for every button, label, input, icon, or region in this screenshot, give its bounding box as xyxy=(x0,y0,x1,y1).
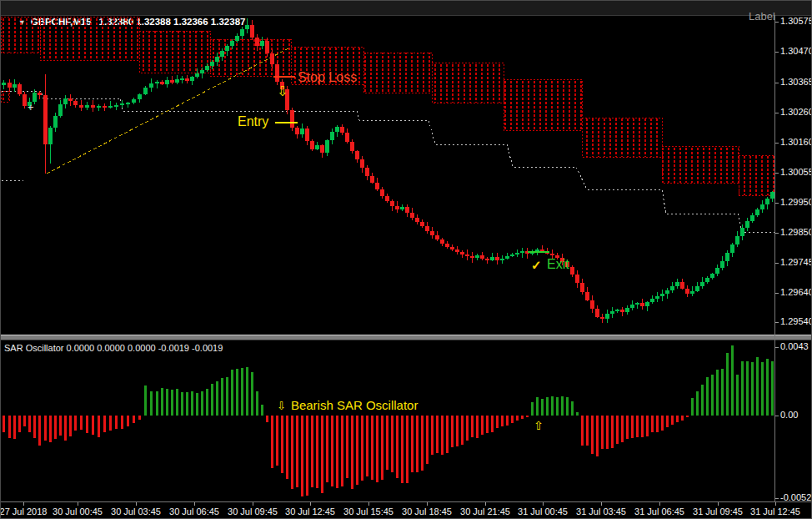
oscillator-bar-up xyxy=(206,389,208,416)
oscillator-bar-down xyxy=(291,416,293,489)
candle-bearish xyxy=(355,151,359,159)
sell-arrow-down-icon[interactable]: ⇩ xyxy=(277,83,288,99)
bearish-annotation[interactable]: ⇩Bearish SAR Oscillator xyxy=(277,398,418,412)
candle-bullish xyxy=(635,303,639,305)
oscillator-bar-down xyxy=(466,416,469,441)
candle-bullish xyxy=(63,98,68,104)
candle-bearish xyxy=(435,235,439,239)
candle-bearish xyxy=(91,105,95,108)
oscillator-bar-down xyxy=(326,416,328,482)
time-tick-label: 30 Jul 03:45 xyxy=(111,506,161,516)
candle-bearish xyxy=(580,283,584,292)
entry-label[interactable]: Entry xyxy=(238,114,268,129)
price-tick-label: 1.29950 xyxy=(780,197,812,207)
candle-bullish xyxy=(705,278,709,282)
time-tick-label: 30 Jul 21:45 xyxy=(460,506,510,516)
candle-bullish xyxy=(132,99,136,103)
oscillator-bar-down xyxy=(476,416,479,438)
oscillator-bar-up xyxy=(166,389,168,416)
time-tick xyxy=(194,502,195,506)
candle-bullish xyxy=(195,73,199,77)
candle-bullish xyxy=(605,314,609,319)
candle-bearish xyxy=(590,300,594,309)
candle-bearish xyxy=(295,128,299,134)
oscillator-bar-down xyxy=(426,416,429,464)
entry-line[interactable] xyxy=(275,122,298,123)
candle-bearish xyxy=(440,239,444,244)
oscillator-bar-down xyxy=(676,416,679,422)
oscillator-bar-down xyxy=(621,416,624,442)
oscillator-bar-up xyxy=(701,385,704,416)
candle-bearish xyxy=(600,317,604,319)
oscillator-bar-up xyxy=(706,377,709,416)
watermark-label: Label xyxy=(749,10,775,23)
oscillator-bar-up xyxy=(236,369,238,416)
price-tick-label: 1.30160 xyxy=(780,137,812,147)
candle-bullish xyxy=(245,25,249,29)
price-tick-label: 1.30575 xyxy=(780,16,812,26)
panel-splitter[interactable] xyxy=(1,335,812,340)
price-tick-label-tick xyxy=(775,173,779,174)
candle-bullish xyxy=(720,261,724,268)
candle-bearish xyxy=(290,110,294,128)
candle-bullish xyxy=(300,128,304,134)
candle-bullish xyxy=(165,80,169,84)
oscillator-bar-down xyxy=(396,416,398,478)
time-tick xyxy=(253,502,253,506)
sar-band-block xyxy=(1,91,9,102)
candle-bullish xyxy=(180,78,184,80)
oscillator-bar-up xyxy=(144,385,147,416)
oscillator-bar-up xyxy=(156,391,158,416)
oscillator-bar-down xyxy=(371,416,373,480)
candle-bearish xyxy=(495,257,499,260)
exit-label[interactable]: Exit xyxy=(547,257,569,272)
oscillator-bar-down xyxy=(64,416,67,441)
price-scale[interactable]: 1.305751.304701.303651.302601.301601.300… xyxy=(774,15,812,501)
candle-bullish xyxy=(138,94,142,99)
oscillator-bar-down xyxy=(351,416,353,489)
sar-band-block xyxy=(139,31,210,73)
oscillator-bar-down xyxy=(311,416,313,487)
oscillator-bar-down xyxy=(271,416,273,468)
candle-bullish xyxy=(665,290,669,294)
oscillator-bar-down xyxy=(606,416,609,449)
time-scale[interactable]: 27 Jul 201830 Jul 00:4530 Jul 03:4530 Ju… xyxy=(1,501,812,519)
candle-bearish xyxy=(340,127,344,133)
stop-loss-line[interactable] xyxy=(273,76,295,78)
oscillator-bar-up xyxy=(150,391,153,416)
exit-check-icon[interactable]: ✓ xyxy=(531,258,542,273)
stop-loss-label[interactable]: Stop Loss xyxy=(298,70,357,85)
candle-bullish xyxy=(760,204,764,209)
candle-bullish xyxy=(750,215,754,221)
time-tick-label: 31 Jul 00:45 xyxy=(518,506,568,516)
oscillator-bar-up xyxy=(246,367,248,416)
candle-bullish xyxy=(175,79,179,83)
oscillator-bar-down xyxy=(666,416,669,427)
oscillator-bar-up xyxy=(546,397,549,416)
oscillator-bar-up xyxy=(761,362,764,416)
buy-arrow-up-icon[interactable]: ⇧ xyxy=(534,419,544,432)
sar-band-block xyxy=(1,17,40,53)
sar-oscillator-panel[interactable] xyxy=(1,340,774,501)
time-tick xyxy=(775,502,776,506)
oscillator-bar-up xyxy=(241,368,243,416)
oscillator-tick-label-tick xyxy=(775,498,779,499)
exit-line[interactable] xyxy=(528,251,549,253)
oscillator-bar-down xyxy=(276,416,278,466)
oscillator-bar-down xyxy=(54,416,57,439)
main-price-chart[interactable] xyxy=(1,15,774,335)
candle-bullish xyxy=(675,282,679,286)
oscillator-bar-up xyxy=(211,384,213,416)
candle-bearish xyxy=(425,226,429,231)
oscillator-bar-down xyxy=(456,416,459,446)
oscillator-bar-down xyxy=(661,416,664,431)
candle-bearish xyxy=(585,292,589,300)
candle-bullish xyxy=(260,41,264,46)
candle-bearish xyxy=(79,105,83,108)
oscillator-bar-up xyxy=(216,381,218,416)
oscillator-bar-down xyxy=(651,416,654,432)
price-tick-label: 1.30260 xyxy=(780,107,812,117)
time-tick-label: 30 Jul 09:45 xyxy=(228,506,278,516)
candle-bearish xyxy=(170,80,174,83)
oscillator-bar-down xyxy=(586,416,589,446)
